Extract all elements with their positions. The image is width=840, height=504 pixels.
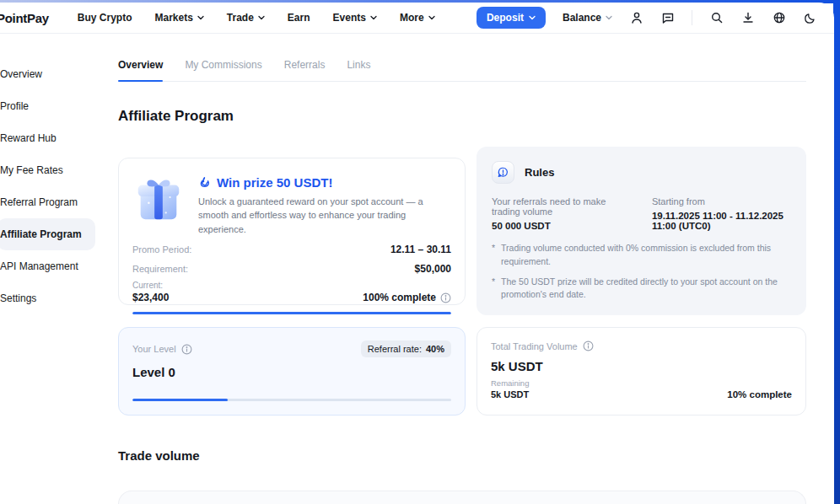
sidebar: Overview Profile Reward Hub My Fee Rates… (0, 34, 118, 314)
main-nav: Buy Crypto Markets Trade Earn Events (78, 12, 435, 24)
sidebar-item-profile[interactable]: Profile (0, 90, 118, 122)
rules-period-col: Starting from 19.11.2025 11:00 - 11.12.2… (652, 196, 791, 231)
volume-complete-label: 10% complete (727, 389, 792, 399)
requirement-row: Requirement: $50,000 (132, 263, 451, 275)
sidebar-item-overview[interactable]: Overview (0, 58, 118, 90)
window-frame-right (833, 0, 840, 504)
total-trading-volume-card: Total Trading Volume 5k USDT Remaining 5… (477, 327, 806, 416)
divider (692, 10, 692, 25)
pointpay-logo[interactable]: PointPay (0, 11, 49, 25)
table-header-row: Referrer Level Referral Trade Volume (US… (119, 491, 805, 504)
user-icon[interactable] (629, 11, 643, 25)
search-icon[interactable] (709, 11, 724, 25)
nav-item-earn[interactable]: Earn (288, 12, 310, 24)
rule-note: * Trading volume conducted with 0% commi… (492, 242, 791, 269)
download-icon[interactable] (740, 11, 755, 25)
tab-referrals[interactable]: Referrals (284, 59, 326, 81)
rules-title: Rules (525, 166, 554, 179)
top-navigation: PointPay Buy Crypto Markets Trade Earn (0, 3, 834, 34)
sidebar-item-settings[interactable]: Settings (0, 282, 118, 314)
rules-volume-col: Your referrals need to make trading volu… (492, 196, 620, 231)
cards-row-2: Your Level Referral rate: 40% Level 0 (118, 327, 806, 416)
message-icon[interactable] (660, 11, 675, 25)
nav-item-more[interactable]: More (400, 12, 435, 24)
chevron-down-icon (529, 14, 536, 21)
trade-volume-table: Referrer Level Referral Trade Volume (US… (118, 491, 806, 504)
info-icon[interactable] (181, 344, 192, 355)
trade-volume-title: Trade volume (118, 448, 806, 463)
promo-card: Win prize 50 USDT! Unlock a guaranteed r… (118, 158, 466, 305)
promo-description: Unlock a guaranteed reward on your spot … (198, 195, 451, 237)
rule-note: * The 50 USDT prize will be credited dir… (492, 276, 791, 303)
tab-bar: Overview My Commissions Referrals Links (118, 59, 806, 82)
level-value: Level 0 (132, 365, 451, 379)
info-icon[interactable] (583, 340, 594, 351)
sidebar-item-referral-program[interactable]: Referral Program (0, 186, 118, 218)
page-title: Affiliate Program (118, 108, 806, 125)
nav-item-buy-crypto[interactable]: Buy Crypto (78, 12, 132, 24)
current-row: Current: $23,400 100% complete (132, 281, 451, 303)
chevron-down-icon (370, 14, 377, 21)
main-panel: Overview My Commissions Referrals Links … (118, 34, 806, 504)
referral-rate-badge: Referral rate: 40% (361, 340, 451, 357)
nav-item-trade[interactable]: Trade (227, 12, 265, 24)
chevron-down-icon (428, 14, 435, 21)
your-level-label: Your Level (132, 344, 192, 355)
chevron-down-icon (606, 14, 612, 21)
chevron-down-icon (258, 14, 265, 21)
content-area: Overview Profile Reward Hub My Fee Rates… (0, 34, 834, 504)
level-progress-bar (132, 399, 451, 401)
promo-title: Win prize 50 USDT! (198, 175, 451, 190)
sidebar-item-affiliate-program[interactable]: Affiliate Program (0, 218, 95, 250)
nav-item-events[interactable]: Events (333, 12, 377, 24)
nav-item-markets[interactable]: Markets (154, 12, 203, 24)
cards-row-1: Win prize 50 USDT! Unlock a guaranteed r… (118, 147, 806, 315)
info-icon[interactable] (440, 292, 451, 303)
rules-card: Rules Your referrals need to make tradin… (477, 147, 806, 315)
tab-my-commissions[interactable]: My Commissions (185, 59, 261, 81)
deposit-button[interactable]: Deposit (477, 7, 546, 29)
gift-icon (132, 172, 185, 224)
moon-icon[interactable] (803, 11, 817, 25)
tab-overview[interactable]: Overview (118, 59, 163, 81)
flame-icon (198, 176, 211, 189)
promo-complete-label: 100% complete (363, 292, 451, 303)
volume-value: 5k USDT (491, 359, 792, 373)
total-trading-volume-label: Total Trading Volume (491, 340, 594, 351)
promo-progress-bar (132, 312, 451, 314)
sidebar-item-my-fee-rates[interactable]: My Fee Rates (0, 154, 118, 186)
page: PointPay Buy Crypto Markets Trade Earn (0, 3, 834, 504)
globe-icon[interactable] (772, 11, 786, 25)
your-level-card: Your Level Referral rate: 40% Level 0 (118, 327, 466, 416)
app-window: PointPay Buy Crypto Markets Trade Earn (0, 0, 840, 504)
tab-links[interactable]: Links (347, 59, 370, 81)
nav-right-controls: Deposit Balance (477, 7, 817, 29)
promo-period-row: Promo Period: 12.11 – 30.11 (132, 244, 451, 255)
chevron-down-icon (197, 14, 204, 21)
balance-dropdown[interactable]: Balance (563, 12, 612, 24)
chat-alert-icon (492, 161, 514, 184)
sidebar-item-api-management[interactable]: API Management (0, 250, 118, 282)
sidebar-item-reward-hub[interactable]: Reward Hub (0, 122, 118, 154)
